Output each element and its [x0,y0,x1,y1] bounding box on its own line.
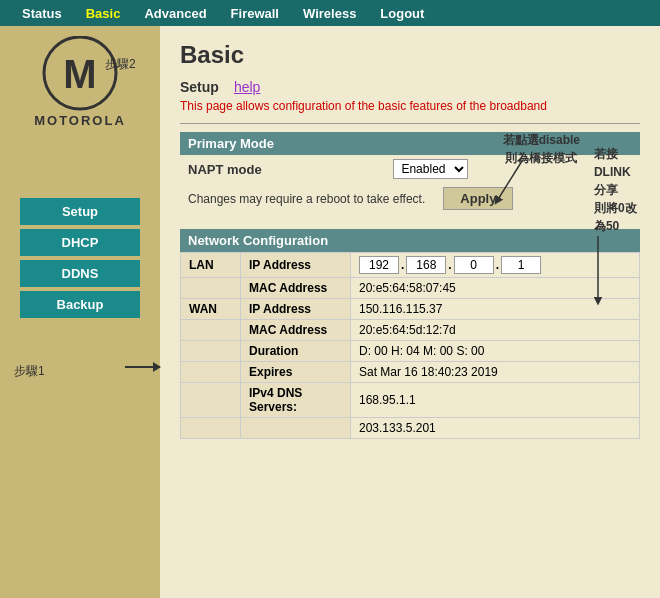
lan-ip-octet2[interactable] [406,256,446,274]
main-content: Basic Setup help This page allows config… [160,26,660,598]
dns1-row: IPv4 DNS Servers: 168.95.1.1 [181,383,640,418]
disable-annotation: 若點選disable則為橋接模式 [503,131,580,167]
lan-ip-row: LAN IP Address . . . [181,253,640,278]
duration-label: Duration [241,341,351,362]
napt-label: NAPT mode [180,155,385,183]
dns2-row: 203.133.5.201 [181,418,640,439]
dns2-section [181,418,241,439]
wan-ip-label: IP Address [241,299,351,320]
wan-mac-label: MAC Address [241,320,351,341]
nav-wireless[interactable]: Wireless [291,2,368,25]
wan-ip-value: 150.116.115.37 [351,299,640,320]
wan-mac-section [181,320,241,341]
expires-section [181,362,241,383]
expires-label: Expires [241,362,351,383]
sidebar-buttons: Setup DHCP DDNS Backup [20,198,140,318]
sidebar: M 步驟2 MOTOROLA Setup DHCP DDNS Backup 步驟… [0,26,160,598]
duration-row: Duration D: 00 H: 04 M: 00 S: 00 [181,341,640,362]
dns-label: IPv4 DNS Servers: [241,383,351,418]
step1-annotation: 步驟1 [14,363,45,380]
lan-ip-octet4[interactable] [501,256,541,274]
lan-ip-value: . . . [351,253,640,278]
nav-advanced[interactable]: Advanced [132,2,218,25]
wan-ip-row: WAN IP Address 150.116.115.37 [181,299,640,320]
setup-label: Setup [180,79,219,95]
lan-ip-octet1[interactable] [359,256,399,274]
lan-mac-value: 20:e5:64:58:07:45 [351,278,640,299]
dlink-annotation-cell: 若接DLINK分享則將0改為50 [594,155,640,214]
lan-mac-section [181,278,241,299]
network-config-table: LAN IP Address . . . MAC A [180,252,640,439]
sidebar-btn-ddns[interactable]: DDNS [20,260,140,287]
expires-value: Sat Mar 16 18:40:23 2019 [351,362,640,383]
duration-section [181,341,241,362]
svg-text:M: M [63,52,96,96]
divider [180,123,640,124]
expires-row: Expires Sat Mar 16 18:40:23 2019 [181,362,640,383]
nav-basic[interactable]: Basic [74,2,133,25]
nav-logout[interactable]: Logout [368,2,436,25]
lan-ip-octet3[interactable] [454,256,494,274]
brand-label: MOTOROLA [34,113,126,128]
dns2-label [241,418,351,439]
apply-button[interactable]: Apply [443,187,513,210]
sidebar-btn-dhcp[interactable]: DHCP [20,229,140,256]
wan-mac-value: 20:e5:64:5d:12:7d [351,320,640,341]
lan-mac-row: MAC Address 20:e5:64:58:07:45 [181,278,640,299]
dns1-value: 168.95.1.1 [351,383,640,418]
setup-row: Setup help [180,79,640,95]
top-navigation: Status Basic Advanced Firewall Wireless … [0,0,660,26]
dlink-annotation: 若接DLINK分享則將0改為50 [594,145,640,235]
motorola-logo: M [40,36,120,111]
logo-area: M 步驟2 MOTOROLA [34,36,126,128]
network-config-header: Network Configuration [180,229,640,252]
page-title: Basic [180,41,640,69]
wan-mac-row: MAC Address 20:e5:64:5d:12:7d [181,320,640,341]
nav-firewall[interactable]: Firewall [219,2,291,25]
sidebar-btn-setup[interactable]: Setup [20,198,140,225]
duration-value: D: 00 H: 04 M: 00 S: 00 [351,341,640,362]
step2-annotation: 步驟2 [105,56,136,73]
wan-label: WAN [181,299,241,320]
help-link[interactable]: help [234,79,260,95]
lan-ip-label: IP Address [241,253,351,278]
note-row: Changes may require a reboot to take eff… [180,183,640,214]
reboot-note: Changes may require a reboot to take eff… [188,192,425,206]
sidebar-btn-backup[interactable]: Backup [20,291,140,318]
napt-select[interactable]: Enabled Disabled [393,159,468,179]
lan-mac-label: MAC Address [241,278,351,299]
dns-section [181,383,241,418]
dns2-value: 203.133.5.201 [351,418,640,439]
nav-status[interactable]: Status [10,2,74,25]
page-description: This page allows configuration of the ba… [180,99,640,113]
note-cell: Changes may require a reboot to take eff… [180,183,594,214]
lan-label: LAN [181,253,241,278]
